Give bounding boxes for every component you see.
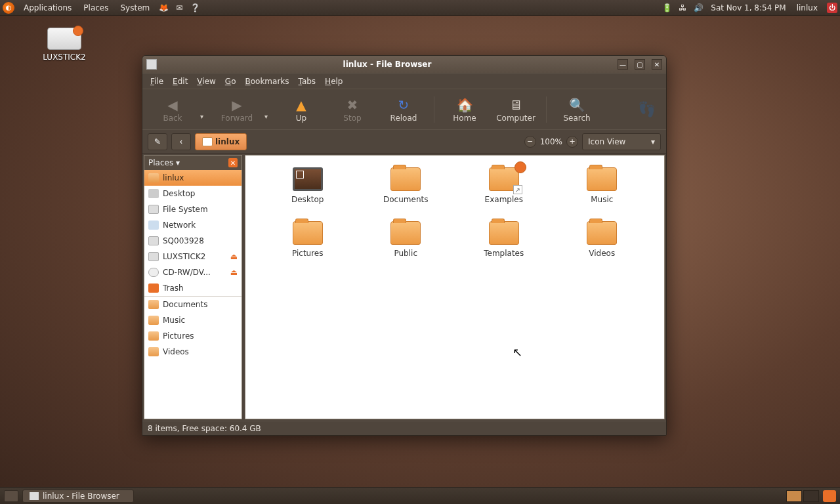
file-item-public[interactable]: Public bbox=[364, 221, 449, 258]
home-button[interactable]: 🏠Home bbox=[441, 96, 488, 123]
file-label: Videos bbox=[560, 249, 645, 258]
workspace-1[interactable] bbox=[786, 490, 802, 502]
search-button[interactable]: 🔍Search bbox=[553, 96, 600, 123]
battery-icon[interactable]: 🔋 bbox=[662, 3, 672, 13]
net-icon bbox=[148, 220, 159, 230]
taskbar-app-icon bbox=[30, 492, 39, 500]
zoom-in-button[interactable]: + bbox=[566, 136, 578, 148]
desktop-folder-icon bbox=[293, 167, 323, 191]
sidebar-close-icon[interactable]: ✕ bbox=[228, 158, 238, 167]
titlebar[interactable]: linlux - File Browser — ▢ ✕ bbox=[142, 56, 666, 73]
sidebar-place-desktop[interactable]: Desktop bbox=[144, 186, 242, 201]
up-arrow-icon: ▲ bbox=[278, 96, 325, 114]
icon-view-pane[interactable]: DesktopDocuments↗ExamplesMusicPicturesPu… bbox=[245, 155, 665, 419]
zoom-level: 100% bbox=[540, 137, 562, 146]
eject-icon[interactable]: ⏏ bbox=[230, 252, 238, 261]
sidebar-place-linlux[interactable]: linlux bbox=[144, 170, 242, 186]
back-button[interactable]: ◀Back bbox=[149, 96, 196, 123]
clock[interactable]: Sat Nov 1, 8:54 PM bbox=[707, 3, 789, 12]
ubuntu-logo-icon[interactable]: ◐ bbox=[3, 2, 14, 14]
user-switcher[interactable]: linlux bbox=[791, 2, 823, 14]
menu-help[interactable]: Help bbox=[321, 75, 346, 87]
sidebar-bookmark-music[interactable]: Music bbox=[144, 312, 242, 328]
network-icon[interactable]: 🖧 bbox=[677, 3, 688, 13]
mail-launcher-icon[interactable]: ✉ bbox=[174, 3, 184, 13]
file-item-templates[interactable]: Templates bbox=[461, 221, 547, 258]
desk-icon bbox=[148, 189, 159, 198]
sidebar-place-sq003928[interactable]: SQ003928 bbox=[144, 233, 242, 249]
sidebar-item-label: LUXSTICK2 bbox=[163, 252, 205, 261]
shutdown-icon[interactable]: ⏻ bbox=[827, 3, 837, 13]
system-menu[interactable]: System bbox=[115, 2, 155, 14]
up-button[interactable]: ▲Up bbox=[278, 96, 325, 123]
search-icon: 🔍 bbox=[553, 96, 600, 114]
menu-file[interactable]: File bbox=[146, 75, 167, 87]
file-item-documents[interactable]: Documents bbox=[364, 167, 449, 204]
edit-path-button[interactable]: ✎ bbox=[148, 133, 167, 150]
path-segment-current[interactable]: linlux bbox=[195, 133, 247, 150]
zoom-out-button[interactable]: − bbox=[524, 136, 536, 148]
reload-button[interactable]: ↻Reload bbox=[380, 96, 427, 123]
menu-tabs[interactable]: Tabs bbox=[295, 75, 320, 87]
folder-icon bbox=[390, 221, 421, 245]
file-item-desktop[interactable]: Desktop bbox=[265, 167, 350, 204]
sidebar-place-trash[interactable]: Trash bbox=[144, 280, 242, 296]
lock-badge-icon bbox=[514, 161, 526, 173]
forward-button[interactable]: ▶Forward bbox=[213, 96, 261, 123]
chevron-down-icon: ▾ bbox=[651, 137, 655, 146]
menu-view[interactable]: View bbox=[193, 75, 219, 87]
sidebar-item-label: SQ003928 bbox=[163, 236, 204, 245]
sidebar-item-label: Pictures bbox=[163, 331, 194, 341]
menu-edit[interactable]: Edit bbox=[169, 75, 192, 87]
sidebar-place-file-system[interactable]: File System bbox=[144, 201, 242, 217]
file-label: Public bbox=[364, 249, 449, 258]
places-menu[interactable]: Places bbox=[78, 2, 114, 14]
applications-menu[interactable]: Applications bbox=[18, 2, 77, 14]
back-arrow-icon: ◀ bbox=[149, 96, 196, 114]
gnome-foot-icon: 👣 bbox=[638, 101, 660, 117]
places-sidebar: Places ▾ ✕ linluxDesktopFile SystemNetwo… bbox=[144, 155, 242, 419]
computer-button[interactable]: 🖥Computer bbox=[492, 96, 539, 123]
file-item-videos[interactable]: Videos bbox=[560, 221, 645, 258]
back-dropdown[interactable]: ▾ bbox=[200, 98, 209, 120]
forward-arrow-icon: ▶ bbox=[213, 96, 261, 114]
folder-icon bbox=[587, 221, 617, 245]
desktop-drive-icon[interactable]: LUXSTICK2 bbox=[33, 28, 96, 62]
file-browser-window: linlux - File Browser — ▢ ✕ File Edit Vi… bbox=[142, 55, 667, 436]
file-label: Templates bbox=[461, 249, 547, 258]
folder-icon bbox=[148, 316, 159, 325]
sidebar-place-cd-rw-dv-[interactable]: CD-RW/DV...⏏ bbox=[144, 264, 242, 280]
trash-applet-icon[interactable] bbox=[823, 490, 836, 502]
volume-icon[interactable]: 🔊 bbox=[693, 3, 704, 13]
sidebar-place-network[interactable]: Network bbox=[144, 217, 242, 233]
workspace-2[interactable] bbox=[803, 490, 819, 502]
close-button[interactable]: ✕ bbox=[652, 59, 662, 70]
sidebar-header[interactable]: Places ▾ ✕ bbox=[144, 156, 242, 170]
forward-dropdown[interactable]: ▾ bbox=[264, 98, 274, 120]
file-item-examples[interactable]: ↗Examples bbox=[461, 167, 547, 204]
taskbar-entry[interactable]: linlux - File Browser bbox=[22, 490, 134, 503]
sidebar-bookmark-documents[interactable]: Documents bbox=[144, 297, 242, 312]
sidebar-item-label: Desktop bbox=[163, 189, 196, 198]
symlink-badge-icon: ↗ bbox=[513, 185, 522, 194]
workspace-switcher[interactable] bbox=[786, 490, 819, 502]
sidebar-bookmark-videos[interactable]: Videos bbox=[144, 344, 242, 360]
eject-icon[interactable]: ⏏ bbox=[230, 268, 238, 277]
file-item-pictures[interactable]: Pictures bbox=[265, 221, 350, 258]
file-item-music[interactable]: Music bbox=[560, 167, 645, 204]
folder-icon bbox=[587, 167, 617, 191]
sidebar-item-label: linlux bbox=[163, 173, 184, 182]
firefox-launcher-icon[interactable]: 🦊 bbox=[158, 3, 169, 13]
sidebar-place-luxstick2[interactable]: LUXSTICK2⏏ bbox=[144, 249, 242, 264]
menu-bookmarks[interactable]: Bookmarks bbox=[241, 75, 293, 87]
help-launcher-icon[interactable]: ❔ bbox=[190, 3, 200, 13]
maximize-button[interactable]: ▢ bbox=[635, 59, 645, 70]
folder-icon bbox=[148, 331, 159, 341]
menu-go[interactable]: Go bbox=[221, 75, 240, 87]
sidebar-bookmark-pictures[interactable]: Pictures bbox=[144, 328, 242, 344]
path-history-button[interactable]: ‹ bbox=[171, 133, 191, 150]
minimize-button[interactable]: — bbox=[618, 59, 628, 70]
folder-icon bbox=[148, 347, 159, 356]
show-desktop-button[interactable] bbox=[4, 490, 18, 502]
view-mode-select[interactable]: Icon View▾ bbox=[582, 133, 661, 150]
